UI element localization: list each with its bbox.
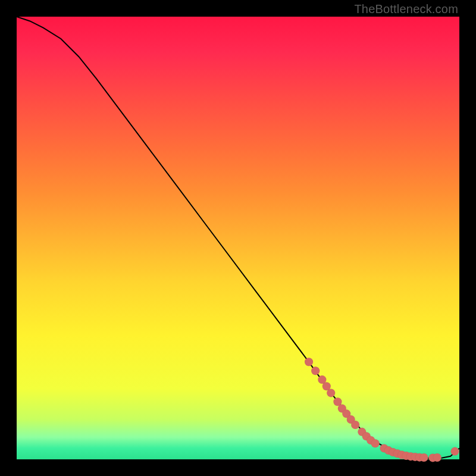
scatter-dot [419,453,428,462]
scatter-dot [305,358,313,366]
scatter-dot [451,447,459,456]
scatter-dot [311,367,320,375]
scatter-dot-layer [305,358,459,462]
chart-stage: TheBottleneck.com [0,0,476,476]
scatter-dot [351,421,359,429]
scatter-dot [433,453,441,462]
plot-area [17,17,459,459]
bottleneck-curve-line [17,17,459,459]
watermark-text: TheBottleneck.com [354,2,458,16]
scatter-dot [371,439,380,447]
scatter-dot [327,389,335,397]
chart-svg [17,17,459,459]
